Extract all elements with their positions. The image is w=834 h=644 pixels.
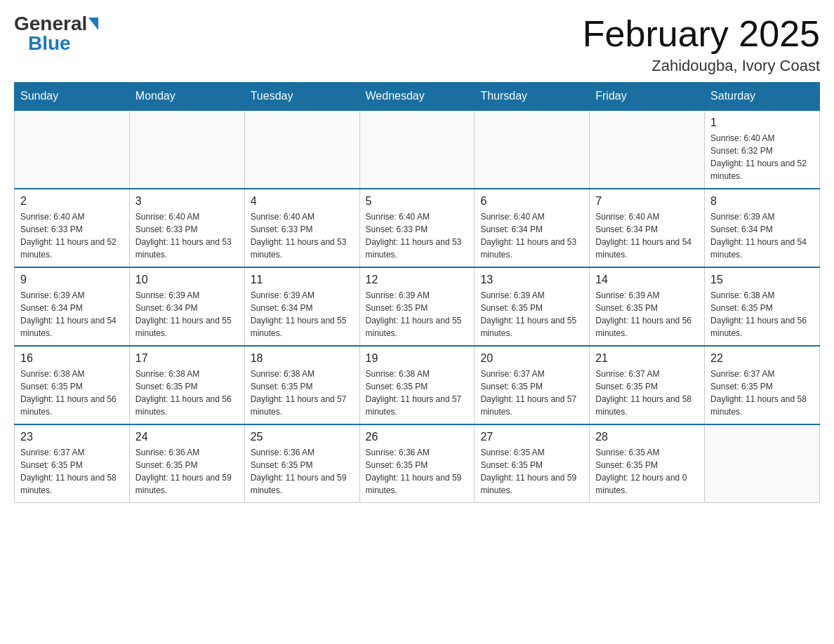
day-info: Sunrise: 6:39 AM Sunset: 6:34 PM Dayligh… bbox=[251, 289, 354, 340]
calendar-cell: 8Sunrise: 6:39 AM Sunset: 6:34 PM Daylig… bbox=[705, 189, 820, 267]
calendar-cell: 9Sunrise: 6:39 AM Sunset: 6:34 PM Daylig… bbox=[15, 267, 130, 346]
day-number: 21 bbox=[595, 352, 699, 365]
calendar-table: SundayMondayTuesdayWednesdayThursdayFrid… bbox=[14, 82, 820, 503]
calendar-cell: 25Sunrise: 6:36 AM Sunset: 6:35 PM Dayli… bbox=[244, 424, 359, 503]
day-number: 24 bbox=[135, 431, 239, 443]
calendar-cell: 23Sunrise: 6:37 AM Sunset: 6:35 PM Dayli… bbox=[15, 424, 130, 503]
day-number: 15 bbox=[710, 274, 814, 286]
calendar-cell: 28Sunrise: 6:35 AM Sunset: 6:35 PM Dayli… bbox=[590, 424, 705, 503]
day-info: Sunrise: 6:39 AM Sunset: 6:35 PM Dayligh… bbox=[366, 289, 469, 340]
calendar-cell: 10Sunrise: 6:39 AM Sunset: 6:34 PM Dayli… bbox=[129, 267, 244, 346]
day-info: Sunrise: 6:35 AM Sunset: 6:35 PM Dayligh… bbox=[480, 446, 583, 497]
day-number: 26 bbox=[366, 431, 469, 443]
column-header-thursday: Thursday bbox=[475, 83, 590, 111]
day-number: 13 bbox=[480, 274, 583, 286]
day-number: 12 bbox=[366, 274, 469, 286]
day-info: Sunrise: 6:40 AM Sunset: 6:34 PM Dayligh… bbox=[480, 210, 583, 261]
day-number: 19 bbox=[366, 352, 469, 365]
week-row-4: 16Sunrise: 6:38 AM Sunset: 6:35 PM Dayli… bbox=[15, 346, 820, 424]
day-number: 18 bbox=[251, 352, 354, 365]
day-info: Sunrise: 6:37 AM Sunset: 6:35 PM Dayligh… bbox=[480, 368, 583, 418]
calendar-cell bbox=[475, 110, 590, 189]
day-info: Sunrise: 6:35 AM Sunset: 6:35 PM Dayligh… bbox=[595, 446, 699, 497]
column-header-wednesday: Wednesday bbox=[359, 83, 475, 111]
calendar-cell: 12Sunrise: 6:39 AM Sunset: 6:35 PM Dayli… bbox=[359, 267, 475, 346]
calendar-cell: 13Sunrise: 6:39 AM Sunset: 6:35 PM Dayli… bbox=[475, 267, 590, 346]
day-number: 11 bbox=[251, 274, 354, 286]
day-number: 10 bbox=[135, 274, 239, 286]
day-number: 14 bbox=[595, 274, 699, 286]
calendar-cell: 21Sunrise: 6:37 AM Sunset: 6:35 PM Dayli… bbox=[590, 346, 705, 424]
column-header-sunday: Sunday bbox=[15, 83, 130, 111]
day-number: 27 bbox=[480, 431, 583, 443]
calendar-cell: 17Sunrise: 6:38 AM Sunset: 6:35 PM Dayli… bbox=[129, 346, 244, 424]
day-number: 4 bbox=[251, 195, 354, 208]
location-text: Zahidougba, Ivory Coast bbox=[583, 57, 820, 75]
calendar-cell: 27Sunrise: 6:35 AM Sunset: 6:35 PM Dayli… bbox=[475, 424, 590, 503]
day-info: Sunrise: 6:40 AM Sunset: 6:33 PM Dayligh… bbox=[251, 210, 354, 261]
logo: General Blue bbox=[14, 14, 98, 53]
day-info: Sunrise: 6:37 AM Sunset: 6:35 PM Dayligh… bbox=[20, 446, 124, 497]
day-number: 1 bbox=[710, 116, 814, 129]
logo-blue-text: Blue bbox=[28, 34, 71, 53]
day-info: Sunrise: 6:36 AM Sunset: 6:35 PM Dayligh… bbox=[366, 446, 469, 497]
calendar-cell: 15Sunrise: 6:38 AM Sunset: 6:35 PM Dayli… bbox=[705, 267, 820, 346]
calendar-cell: 6Sunrise: 6:40 AM Sunset: 6:34 PM Daylig… bbox=[475, 189, 590, 267]
calendar-cell: 24Sunrise: 6:36 AM Sunset: 6:35 PM Dayli… bbox=[129, 424, 244, 503]
day-number: 25 bbox=[251, 431, 354, 443]
calendar-cell: 11Sunrise: 6:39 AM Sunset: 6:34 PM Dayli… bbox=[244, 267, 359, 346]
calendar-cell: 14Sunrise: 6:39 AM Sunset: 6:35 PM Dayli… bbox=[590, 267, 705, 346]
day-number: 17 bbox=[135, 352, 239, 365]
page-header: General Blue February 2025 Zahidougba, I… bbox=[14, 14, 820, 75]
day-number: 8 bbox=[710, 195, 814, 208]
day-info: Sunrise: 6:39 AM Sunset: 6:35 PM Dayligh… bbox=[595, 289, 699, 340]
day-number: 9 bbox=[20, 274, 124, 286]
day-number: 28 bbox=[595, 431, 699, 443]
day-info: Sunrise: 6:38 AM Sunset: 6:35 PM Dayligh… bbox=[251, 368, 354, 418]
day-number: 7 bbox=[595, 195, 699, 208]
month-title: February 2025 bbox=[583, 14, 820, 54]
day-info: Sunrise: 6:38 AM Sunset: 6:35 PM Dayligh… bbox=[135, 368, 239, 418]
day-info: Sunrise: 6:38 AM Sunset: 6:35 PM Dayligh… bbox=[20, 368, 124, 418]
calendar-cell: 4Sunrise: 6:40 AM Sunset: 6:33 PM Daylig… bbox=[244, 189, 359, 267]
calendar-cell: 26Sunrise: 6:36 AM Sunset: 6:35 PM Dayli… bbox=[359, 424, 475, 503]
calendar-cell: 7Sunrise: 6:40 AM Sunset: 6:34 PM Daylig… bbox=[590, 189, 705, 267]
calendar-cell: 1Sunrise: 6:40 AM Sunset: 6:32 PM Daylig… bbox=[705, 110, 820, 189]
day-info: Sunrise: 6:40 AM Sunset: 6:33 PM Dayligh… bbox=[135, 210, 239, 261]
column-header-saturday: Saturday bbox=[705, 83, 820, 111]
day-info: Sunrise: 6:39 AM Sunset: 6:34 PM Dayligh… bbox=[20, 289, 124, 340]
day-info: Sunrise: 6:36 AM Sunset: 6:35 PM Dayligh… bbox=[135, 446, 239, 497]
day-number: 2 bbox=[20, 195, 124, 208]
day-number: 3 bbox=[135, 195, 239, 208]
day-info: Sunrise: 6:37 AM Sunset: 6:35 PM Dayligh… bbox=[595, 368, 699, 418]
column-header-friday: Friday bbox=[590, 83, 705, 111]
day-info: Sunrise: 6:38 AM Sunset: 6:35 PM Dayligh… bbox=[710, 289, 814, 340]
day-number: 6 bbox=[480, 195, 583, 208]
calendar-cell: 3Sunrise: 6:40 AM Sunset: 6:33 PM Daylig… bbox=[129, 189, 244, 267]
logo-arrow-icon bbox=[88, 18, 98, 30]
day-info: Sunrise: 6:36 AM Sunset: 6:35 PM Dayligh… bbox=[251, 446, 354, 497]
day-info: Sunrise: 6:40 AM Sunset: 6:33 PM Dayligh… bbox=[20, 210, 124, 261]
day-info: Sunrise: 6:39 AM Sunset: 6:34 PM Dayligh… bbox=[135, 289, 239, 340]
calendar-cell bbox=[15, 110, 130, 189]
column-header-tuesday: Tuesday bbox=[244, 83, 359, 111]
calendar-cell bbox=[359, 110, 475, 189]
calendar-cell bbox=[129, 110, 244, 189]
calendar-cell: 19Sunrise: 6:38 AM Sunset: 6:35 PM Dayli… bbox=[359, 346, 475, 424]
day-info: Sunrise: 6:39 AM Sunset: 6:35 PM Dayligh… bbox=[480, 289, 583, 340]
calendar-header-row: SundayMondayTuesdayWednesdayThursdayFrid… bbox=[15, 83, 820, 111]
calendar-cell bbox=[244, 110, 359, 189]
calendar-cell: 20Sunrise: 6:37 AM Sunset: 6:35 PM Dayli… bbox=[475, 346, 590, 424]
calendar-cell bbox=[590, 110, 705, 189]
calendar-cell: 16Sunrise: 6:38 AM Sunset: 6:35 PM Dayli… bbox=[15, 346, 130, 424]
day-number: 22 bbox=[710, 352, 814, 365]
day-info: Sunrise: 6:37 AM Sunset: 6:35 PM Dayligh… bbox=[710, 368, 814, 418]
week-row-3: 9Sunrise: 6:39 AM Sunset: 6:34 PM Daylig… bbox=[15, 267, 820, 346]
day-info: Sunrise: 6:39 AM Sunset: 6:34 PM Dayligh… bbox=[710, 210, 814, 261]
calendar-cell bbox=[705, 424, 820, 503]
column-header-monday: Monday bbox=[129, 83, 244, 111]
title-block: February 2025 Zahidougba, Ivory Coast bbox=[583, 14, 820, 75]
logo-general-text: General bbox=[14, 14, 87, 34]
calendar-cell: 2Sunrise: 6:40 AM Sunset: 6:33 PM Daylig… bbox=[15, 189, 130, 267]
day-number: 16 bbox=[20, 352, 124, 365]
